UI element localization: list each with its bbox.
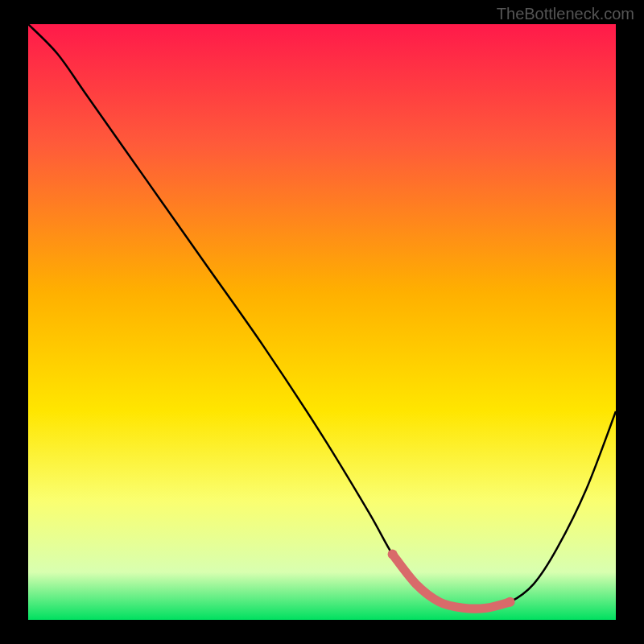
plot-area <box>28 24 616 620</box>
gradient-background <box>28 24 616 620</box>
highlight-endpoint <box>388 550 398 559</box>
watermark-text: TheBottleneck.com <box>497 5 634 23</box>
chart-container: TheBottleneck.com <box>0 0 644 644</box>
chart-svg <box>28 24 616 620</box>
highlight-endpoint <box>506 597 515 607</box>
